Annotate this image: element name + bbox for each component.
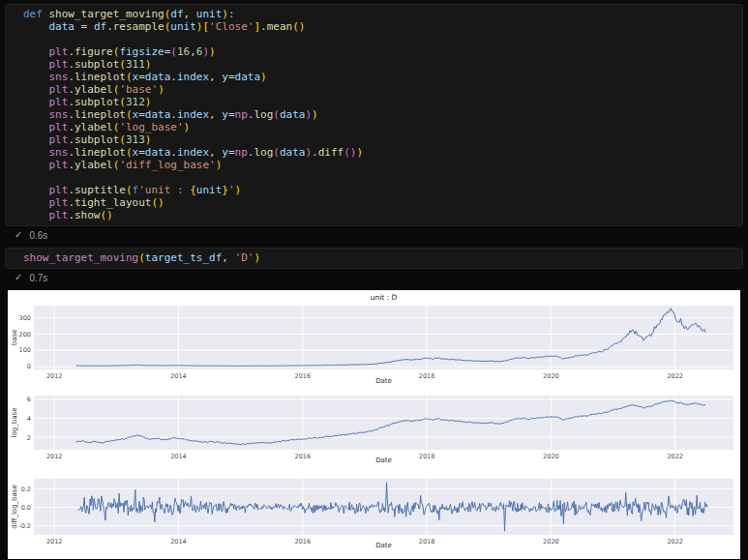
success-check-icon: ✓ [15,273,22,282]
svg-text:300: 300 [19,314,31,322]
svg-text:2012: 2012 [46,453,63,460]
code-editor-2[interactable]: show_target_moving(target_ts_df, 'D') [5,248,743,269]
svg-text:2018: 2018 [419,372,435,380]
svg-text:2020: 2020 [543,453,559,460]
cell-status-1: ✓ 0.6s [5,228,743,242]
svg-text:2016: 2016 [295,372,312,380]
code-cell-1: def show_target_moving(df, unit): data =… [5,4,743,242]
svg-text:2016: 2016 [295,538,312,545]
svg-text:100: 100 [19,346,31,354]
cell-status-2: ✓ 0.7s [5,271,743,284]
code-cell-2: show_target_moving(target_ts_df, 'D') ✓ … [5,248,743,284]
svg-text:Date: Date [375,377,392,385]
svg-text:2018: 2018 [419,538,435,545]
figure-svg: unit : D20122014201620182020202201002003… [8,290,740,559]
svg-text:Date: Date [375,457,392,464]
svg-text:2022: 2022 [667,538,683,545]
svg-text:0.0: 0.0 [21,504,31,512]
exec-time-label: 0.7s [29,273,47,283]
svg-text:0: 0 [27,363,31,370]
svg-text:unit : D: unit : D [371,293,398,302]
svg-text:2014: 2014 [170,453,187,460]
svg-text:Date: Date [375,542,392,549]
svg-text:6: 6 [27,396,31,403]
code-editor-1[interactable]: def show_target_moving(df, unit): data =… [5,4,743,226]
svg-text:diff_log_base: diff_log_base [11,485,18,529]
svg-text:2020: 2020 [543,372,559,380]
notebook: def show_target_moving(df, unit): data =… [0,0,748,559]
svg-text:2014: 2014 [170,372,187,380]
svg-text:log_base: log_base [11,408,18,438]
svg-text:2018: 2018 [419,453,435,460]
svg-text:2012: 2012 [46,372,63,380]
svg-text:0.2: 0.2 [21,486,31,493]
exec-time-label: 0.6s [29,230,47,241]
code-lines-1: def show_target_moving(df, unit): data =… [23,8,738,221]
svg-text:base: base [11,330,18,346]
svg-text:2022: 2022 [667,453,683,460]
svg-text:2: 2 [27,434,31,442]
svg-text:2022: 2022 [667,372,683,380]
svg-text:2014: 2014 [170,538,187,545]
success-check-icon: ✓ [15,230,22,240]
plot-output: unit : D20122014201620182020202201002003… [8,290,740,559]
svg-text:-0.2: -0.2 [18,522,31,530]
svg-text:4: 4 [27,415,31,423]
svg-text:2016: 2016 [295,453,312,460]
svg-text:2012: 2012 [46,538,63,545]
svg-text:200: 200 [19,331,31,339]
code-lines-2: show_target_moving(target_ts_df, 'D') [23,251,738,264]
svg-text:2020: 2020 [543,538,559,545]
